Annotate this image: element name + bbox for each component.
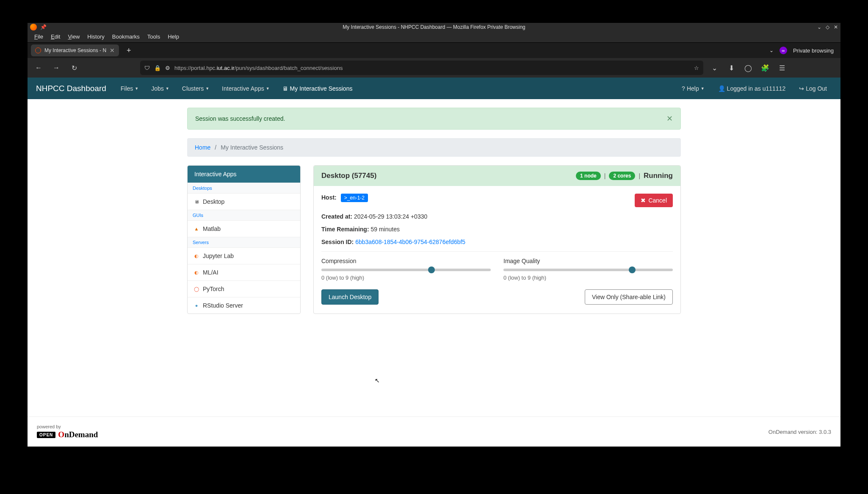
account-icon[interactable]: ◯ bbox=[741, 61, 755, 75]
sidebar-item-matlab[interactable]: ▲ Matlab bbox=[188, 220, 300, 237]
sessid-value[interactable]: 6bb3a608-1854-4b06-9754-62876efd6bf5 bbox=[355, 239, 465, 245]
nav-help[interactable]: ? Help ▼ bbox=[677, 79, 710, 98]
forward-button[interactable]: → bbox=[50, 61, 63, 75]
compression-thumb[interactable] bbox=[428, 266, 435, 273]
rstudio-icon: ● bbox=[194, 303, 199, 308]
cancel-button[interactable]: ✖ Cancel bbox=[635, 194, 673, 207]
menu-tools[interactable]: Tools bbox=[144, 32, 163, 41]
menu-bookmarks[interactable]: Bookmarks bbox=[109, 32, 143, 41]
toolbar: ← → ↻ 🛡 🔒 ⚙ https://portal.hpc.iut.ac.ir… bbox=[28, 58, 840, 78]
matlab-icon: ▲ bbox=[194, 226, 199, 232]
time-value: 59 minutes bbox=[370, 226, 399, 233]
shield-icon[interactable]: 🛡 bbox=[144, 65, 150, 71]
quality-thumb[interactable] bbox=[629, 266, 636, 273]
private-badge-icon: ∞ bbox=[780, 47, 787, 54]
ondemand-logo[interactable]: OPEN OnDemand bbox=[37, 430, 98, 439]
time-label: Time Remaining: bbox=[321, 226, 369, 233]
sidebar-cat-servers: Servers bbox=[188, 237, 300, 247]
footer: powered by OPEN OnDemand OnDemand versio… bbox=[28, 416, 840, 447]
sidebar-item-desktop[interactable]: 🖥 Desktop bbox=[188, 193, 300, 210]
brand[interactable]: NHPCC Dashboard bbox=[36, 84, 106, 93]
alert-close-icon[interactable]: ✕ bbox=[666, 114, 673, 123]
browser-tab[interactable]: My Interactive Sessions - N ✕ bbox=[31, 44, 119, 56]
menu-help[interactable]: Help bbox=[164, 32, 182, 41]
session-title[interactable]: Desktop (57745) bbox=[321, 172, 376, 180]
url-text: https://portal.hpc.iut.ac.ir/pun/sys/das… bbox=[174, 65, 343, 71]
user-icon: 👤 bbox=[718, 85, 725, 92]
session-card: Desktop (57745) 1 node | 2 cores | Runni… bbox=[313, 165, 681, 314]
close-icon[interactable]: ✕ bbox=[834, 24, 838, 30]
private-label: Private browsing bbox=[793, 47, 834, 54]
minimize-icon[interactable]: ⌄ bbox=[817, 24, 821, 30]
nav-files[interactable]: Files ▼ bbox=[116, 79, 144, 98]
permissions-icon[interactable]: ⚙ bbox=[165, 65, 170, 71]
quality-hint: 0 (low) to 9 (high) bbox=[503, 275, 673, 281]
sidebar-header: Interactive Apps bbox=[188, 166, 300, 183]
menu-icon[interactable]: ☰ bbox=[775, 61, 789, 75]
breadcrumb-sep: / bbox=[215, 144, 216, 151]
menu-view[interactable]: View bbox=[64, 32, 83, 41]
pytorch-icon: ◯ bbox=[194, 286, 199, 292]
session-card-header: Desktop (57745) 1 node | 2 cores | Runni… bbox=[314, 166, 680, 186]
cancel-icon: ✖ bbox=[641, 197, 646, 204]
sidebar-cat-guis: GUIs bbox=[188, 210, 300, 220]
menu-file[interactable]: File bbox=[31, 32, 47, 41]
lock-icon[interactable]: 🔒 bbox=[154, 65, 161, 71]
downloads-icon[interactable]: ⬇ bbox=[724, 61, 738, 75]
mlai-icon: ◐ bbox=[194, 269, 199, 275]
reload-button[interactable]: ↻ bbox=[67, 61, 81, 75]
nav-interactive-apps[interactable]: Interactive Apps ▼ bbox=[217, 79, 275, 98]
sidebar-item-jupyter[interactable]: ◐ Jupyter Lab bbox=[188, 247, 300, 264]
tabstrip: My Interactive Sessions - N ✕ + ⌄ ∞ Priv… bbox=[28, 43, 840, 58]
sessid-label: Session ID: bbox=[321, 239, 354, 245]
nav-jobs[interactable]: Jobs ▼ bbox=[146, 79, 174, 98]
app-navbar: NHPCC Dashboard Files ▼ Jobs ▼ Clusters … bbox=[28, 78, 840, 99]
desktop-icon: 🖥 bbox=[282, 85, 288, 92]
host-label: Host: bbox=[321, 194, 337, 201]
pocket-icon[interactable]: ⌄ bbox=[708, 61, 721, 75]
menubar: File Edit View History Bookmarks Tools H… bbox=[28, 31, 840, 43]
host-badge[interactable]: >_en-1-2 bbox=[341, 194, 368, 202]
desktop-icon: 🖥 bbox=[194, 199, 199, 205]
extensions-icon[interactable]: 🧩 bbox=[758, 61, 772, 75]
url-bar[interactable]: 🛡 🔒 ⚙ https://portal.hpc.iut.ac.ir/pun/s… bbox=[140, 61, 703, 75]
window-titlebar: 📌 My Interactive Sessions - NHPCC Dashbo… bbox=[28, 23, 840, 31]
firefox-icon bbox=[30, 24, 37, 31]
sidebar-item-rstudio[interactable]: ● RStudio Server bbox=[188, 297, 300, 314]
tab-close-icon[interactable]: ✕ bbox=[110, 47, 115, 54]
tab-title: My Interactive Sessions - N bbox=[44, 47, 106, 53]
sidebar-cat-desktops: Desktops bbox=[188, 183, 300, 193]
sidebar: Interactive Apps Desktops 🖥 Desktop GUIs… bbox=[187, 165, 301, 314]
alert-success: Session was successfully created. ✕ bbox=[187, 108, 681, 130]
tab-favicon-icon bbox=[35, 47, 41, 53]
nav-clusters[interactable]: Clusters ▼ bbox=[177, 79, 214, 98]
bookmark-icon[interactable]: ☆ bbox=[694, 65, 699, 71]
pin-icon[interactable]: 📌 bbox=[40, 24, 47, 30]
menu-history[interactable]: History bbox=[84, 32, 108, 41]
version-text: OnDemand version: 3.0.3 bbox=[768, 429, 831, 435]
jupyter-icon: ◐ bbox=[194, 253, 199, 259]
created-value: 2024-05-29 13:03:24 +0330 bbox=[354, 213, 427, 220]
breadcrumb-home[interactable]: Home bbox=[195, 144, 210, 151]
sidebar-item-pytorch[interactable]: ◯ PyTorch bbox=[188, 280, 300, 297]
view-only-button[interactable]: View Only (Share-able Link) bbox=[585, 289, 673, 305]
back-button[interactable]: ← bbox=[32, 61, 45, 75]
compression-hint: 0 (low) to 9 (high) bbox=[321, 275, 491, 281]
window-title: My Interactive Sessions - NHPCC Dashboar… bbox=[343, 24, 525, 30]
sidebar-item-mlai[interactable]: ◐ ML/AI bbox=[188, 264, 300, 280]
new-tab-button[interactable]: + bbox=[122, 44, 135, 57]
nav-logout[interactable]: ↪ Log Out bbox=[794, 79, 832, 98]
status-text: Running bbox=[644, 172, 673, 180]
nodes-badge: 1 node bbox=[576, 172, 601, 180]
alert-text: Session was successfully created. bbox=[195, 115, 285, 122]
tabs-dropdown-icon[interactable]: ⌄ bbox=[769, 47, 774, 53]
powered-by: powered by bbox=[37, 424, 98, 429]
compression-label: Compression bbox=[321, 258, 491, 264]
launch-button[interactable]: Launch Desktop bbox=[321, 289, 379, 305]
cores-badge: 2 cores bbox=[609, 172, 635, 180]
compression-slider[interactable] bbox=[321, 269, 491, 271]
nav-my-sessions[interactable]: 🖥 My Interactive Sessions bbox=[277, 79, 358, 98]
quality-slider[interactable] bbox=[503, 269, 673, 271]
maximize-icon[interactable]: ◇ bbox=[826, 24, 829, 30]
menu-edit[interactable]: Edit bbox=[47, 32, 64, 41]
